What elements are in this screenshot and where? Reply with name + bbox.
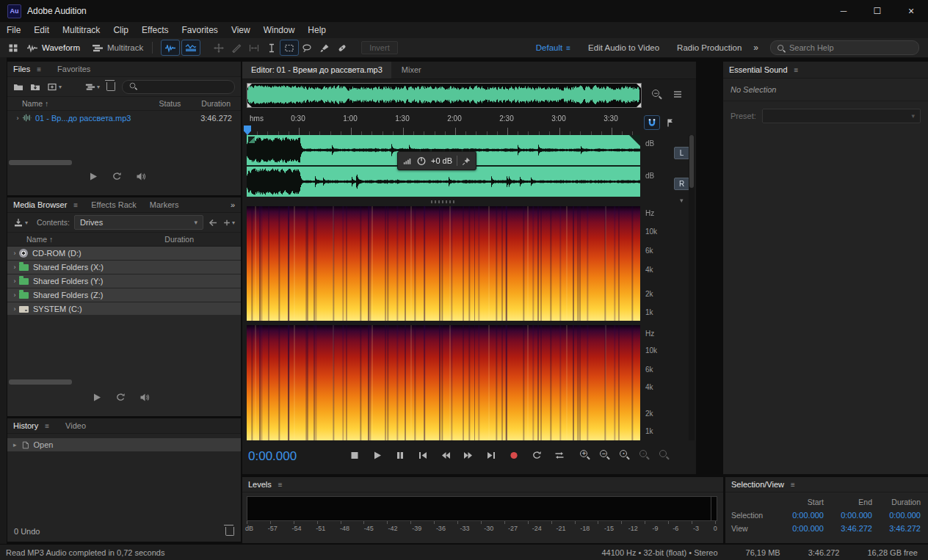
scale-options-caret-icon[interactable]: ▾	[680, 197, 684, 204]
hud-gain-value[interactable]: +0 dB	[431, 156, 452, 165]
tab-history[interactable]: History	[13, 421, 38, 430]
back-arrow-icon[interactable]	[208, 218, 218, 228]
invert-button[interactable]: Invert	[361, 41, 398, 54]
media-play-icon[interactable]	[92, 393, 102, 402]
show-spectral-toggle[interactable]	[182, 40, 200, 55]
drive-row-y[interactable]: › Shared Folders (Y:)	[7, 274, 241, 288]
menu-help[interactable]: Help	[301, 22, 333, 38]
marker-flag-icon[interactable]	[665, 118, 675, 128]
skip-selection-button[interactable]	[551, 448, 568, 462]
drive-row-c[interactable]: › SYSTEM (C:)	[7, 302, 241, 316]
show-waveform-toggle[interactable]	[162, 40, 179, 55]
view-duration-value[interactable]: 3:46.272	[872, 524, 921, 533]
fast-forward-button[interactable]	[460, 448, 476, 462]
maximize-button[interactable]: ☐	[860, 0, 894, 22]
open-file-icon[interactable]	[13, 82, 23, 92]
overview-waveform[interactable]	[247, 84, 639, 106]
insert-into-multitrack-button[interactable]: ▾	[85, 82, 100, 92]
multitrack-mode-button[interactable]: Multitrack	[92, 43, 143, 53]
files-col-status[interactable]: Status	[159, 99, 181, 108]
contents-dropdown[interactable]: Drives ▾	[74, 215, 203, 230]
pause-button[interactable]	[392, 448, 408, 462]
media-col-duration[interactable]: Duration	[164, 235, 194, 244]
skip-to-start-button[interactable]	[415, 448, 431, 462]
workspace-radio-production[interactable]: Radio Production	[677, 43, 742, 52]
spectrogram-right-channel[interactable]	[247, 325, 640, 440]
left-channel-button[interactable]: L	[674, 147, 689, 159]
slip-tool[interactable]	[245, 40, 263, 55]
right-channel-button[interactable]: R	[674, 178, 689, 190]
workspace-default[interactable]: Default ≡	[536, 43, 570, 52]
search-help-field[interactable]: Search Help	[770, 40, 919, 55]
time-display[interactable]: 0:00.000	[248, 449, 297, 464]
file-row[interactable]: › 01 - Вр...до рассвета.mp3 3:46.272	[7, 111, 241, 125]
record-button[interactable]	[506, 448, 522, 462]
timeline-ruler[interactable]: hms 0:30 1:00 1:30 2:00 2:30 3:00 3:30	[242, 112, 696, 135]
view-end-value[interactable]: 3:46.272	[824, 524, 872, 533]
stop-button[interactable]	[347, 448, 363, 462]
menu-effects[interactable]: Effects	[135, 22, 175, 38]
history-item-open[interactable]: ▸ Open	[7, 438, 241, 451]
menu-edit[interactable]: Edit	[27, 22, 56, 38]
editor-vscrollbar[interactable]	[689, 135, 695, 440]
zoom-to-selection-button[interactable]: ▫	[639, 450, 650, 460]
tab-editor[interactable]: Editor: 01 - Время до рассвета.mp3	[242, 62, 391, 79]
volume-knob-icon[interactable]	[416, 156, 427, 166]
tab-media-browser[interactable]: Media Browser	[13, 200, 67, 209]
media-tabs-overflow-chevron[interactable]: »	[231, 200, 235, 209]
menu-favorites[interactable]: Favorites	[175, 22, 225, 38]
selection-start-value[interactable]: 0:00.000	[775, 511, 824, 520]
editor-view-menu-icon[interactable]	[673, 90, 683, 99]
levels-panel-menu-icon[interactable]: ≡	[278, 481, 283, 489]
essential-sound-menu-icon[interactable]: ≡	[794, 66, 799, 74]
media-autoplay-speaker-icon[interactable]	[139, 393, 151, 402]
close-button[interactable]: ×	[894, 0, 928, 22]
drive-row-x[interactable]: › Shared Folders (X:)	[7, 261, 241, 274]
spectrogram-left-channel[interactable]	[247, 206, 640, 321]
menu-file[interactable]: File	[0, 22, 27, 38]
tab-favorites[interactable]: Favorites	[57, 65, 90, 73]
import-file-icon[interactable]	[30, 82, 40, 92]
media-import-button[interactable]: ▾	[13, 218, 28, 228]
tab-effects-rack[interactable]: Effects Rack	[91, 200, 137, 209]
tab-video[interactable]: Video	[65, 421, 86, 430]
marquee-selection-tool[interactable]	[280, 40, 298, 55]
move-tool[interactable]	[210, 40, 228, 55]
files-loop-icon[interactable]	[112, 172, 122, 181]
files-col-name[interactable]: Name ↑	[22, 99, 48, 108]
razor-tool[interactable]	[228, 40, 245, 55]
files-search-field[interactable]	[122, 80, 235, 94]
play-button[interactable]	[369, 448, 385, 462]
zoom-out-button[interactable]: −	[600, 450, 610, 460]
skip-to-end-button[interactable]	[483, 448, 499, 462]
files-col-duration[interactable]: Duration	[201, 99, 231, 108]
history-panel-menu-icon[interactable]: ≡	[45, 422, 49, 430]
files-panel-menu-icon[interactable]: ≡	[37, 65, 41, 73]
menu-clip[interactable]: Clip	[106, 22, 135, 38]
minimize-button[interactable]: ─	[827, 0, 860, 22]
overview-range-bar[interactable]	[247, 83, 642, 108]
level-meter[interactable]	[247, 496, 717, 521]
waveform-right-channel[interactable]	[247, 167, 640, 197]
expander-icon[interactable]: ›	[13, 114, 22, 122]
files-autoplay-speaker-icon[interactable]	[135, 172, 147, 181]
tab-files[interactable]: Files	[13, 65, 30, 73]
media-col-name[interactable]: Name ↑	[26, 235, 53, 244]
waveform-mode-button[interactable]: Waveform	[26, 43, 80, 53]
selection-view-menu-icon[interactable]: ≡	[791, 481, 795, 489]
media-panel-menu-icon[interactable]: ≡	[73, 201, 78, 209]
rewind-button[interactable]	[438, 448, 454, 462]
drive-row-d[interactable]: › CD-ROM (D:)	[7, 247, 241, 260]
workspace-edit-audio-to-video[interactable]: Edit Audio to Video	[588, 43, 659, 52]
time-selection-tool[interactable]	[263, 40, 280, 55]
loop-playback-button[interactable]	[529, 448, 545, 462]
tab-selection-view[interactable]: Selection/View	[731, 480, 784, 489]
zoom-full-button[interactable]	[659, 450, 670, 460]
volume-hud[interactable]: +0 dB	[397, 151, 476, 170]
zoom-amplitude-button[interactable]: ▪	[620, 450, 630, 460]
layout-grid-icon[interactable]	[4, 40, 22, 55]
left-dock-strip[interactable]	[0, 57, 7, 544]
waveform-clip[interactable]: +0 dB	[247, 135, 640, 197]
preset-dropdown[interactable]: ▾	[762, 109, 921, 123]
overview-zoom-icon[interactable]: −	[652, 90, 662, 100]
